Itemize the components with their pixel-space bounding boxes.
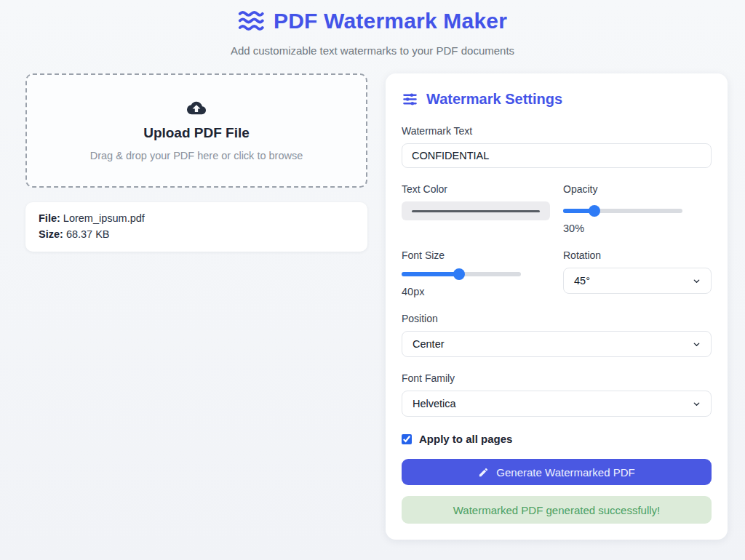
- generate-button-label: Generate Watermarked PDF: [496, 466, 634, 479]
- font-size-value: 40px: [402, 286, 550, 297]
- file-info-card: File: Lorem_ipsum.pdf Size: 68.37 KB: [25, 202, 367, 252]
- pencil-icon: [478, 467, 489, 478]
- watermark-settings-panel: Watermark Settings Watermark Text Text C…: [386, 73, 728, 540]
- color-swatch: [412, 210, 539, 212]
- font-size-label: Font Size: [402, 249, 550, 261]
- text-color-label: Text Color: [402, 183, 550, 195]
- font-family-select[interactable]: Helvetica: [402, 391, 712, 417]
- apply-all-pages-label: Apply to all pages: [419, 433, 512, 445]
- upload-hint: Drag & drop your PDF here or click to br…: [90, 150, 303, 161]
- watermark-text-input[interactable]: [402, 143, 712, 168]
- apply-all-pages-checkbox[interactable]: [402, 434, 412, 444]
- font-size-slider[interactable]: [402, 268, 521, 284]
- opacity-slider-thumb[interactable]: [589, 205, 600, 217]
- font-size-slider-thumb[interactable]: [453, 268, 465, 280]
- file-size: 68.37 KB: [66, 228, 110, 240]
- waves-icon: [238, 9, 264, 33]
- chevron-down-icon: [693, 277, 701, 285]
- generate-pdf-button[interactable]: Generate Watermarked PDF: [402, 459, 712, 485]
- chevron-down-icon: [693, 340, 701, 348]
- sliders-icon: [402, 91, 418, 108]
- rotation-label: Rotation: [563, 249, 712, 261]
- position-select[interactable]: Center: [402, 331, 712, 357]
- rotation-selected-value: 45°: [574, 275, 590, 287]
- file-name-row: File: Lorem_ipsum.pdf: [39, 211, 354, 227]
- upload-title: Upload PDF File: [143, 125, 250, 141]
- opacity-label: Opacity: [563, 183, 712, 195]
- font-family-selected-value: Helvetica: [413, 398, 456, 409]
- font-family-label: Font Family: [402, 372, 712, 384]
- app-header: PDF Watermark Maker Add customizable tex…: [0, 0, 745, 57]
- opacity-value: 30%: [563, 223, 712, 234]
- watermark-text-label: Watermark Text: [402, 125, 712, 137]
- status-message: Watermarked PDF generated successfully!: [402, 496, 712, 524]
- cloud-upload-icon: [187, 100, 206, 116]
- rotation-select[interactable]: 45°: [563, 268, 712, 294]
- file-size-row: Size: 68.37 KB: [39, 227, 354, 243]
- page-subtitle: Add customizable text watermarks to your…: [0, 44, 745, 57]
- opacity-slider[interactable]: [563, 201, 682, 220]
- size-label: Size:: [39, 228, 63, 240]
- chevron-down-icon: [693, 400, 701, 408]
- upload-dropzone[interactable]: Upload PDF File Drag & drop your PDF her…: [25, 73, 367, 188]
- file-name: Lorem_ipsum.pdf: [63, 212, 145, 224]
- page-title: PDF Watermark Maker: [274, 9, 507, 33]
- position-selected-value: Center: [413, 338, 445, 350]
- text-color-picker[interactable]: [402, 201, 550, 220]
- position-label: Position: [402, 313, 712, 324]
- settings-title: Watermark Settings: [426, 91, 562, 108]
- file-label: File:: [39, 212, 60, 224]
